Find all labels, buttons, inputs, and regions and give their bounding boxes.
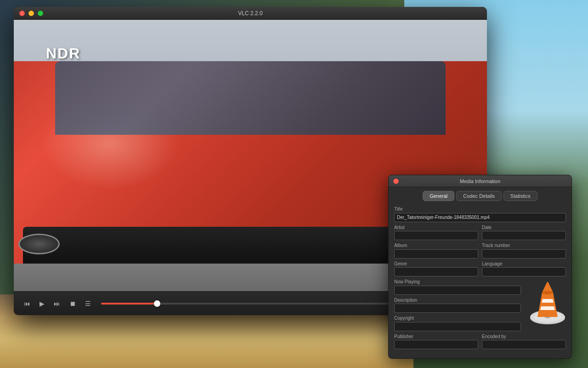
title-input[interactable] — [394, 213, 566, 222]
now-playing-row: Now Playing — [394, 279, 521, 295]
windshield — [55, 61, 446, 135]
artist-label: Artist — [394, 225, 478, 230]
playlist-button[interactable]: ☰ — [82, 298, 94, 309]
encoded-by-group: Encoded by — [482, 334, 566, 350]
genre-label: Genre — [394, 261, 478, 266]
genre-input[interactable] — [394, 267, 478, 276]
encoded-by-input[interactable] — [482, 340, 566, 349]
rewind-button[interactable]: ⏮ — [21, 298, 33, 309]
track-number-label: Track number — [482, 243, 566, 248]
playlist-icon: ☰ — [85, 300, 91, 307]
description-input[interactable] — [394, 304, 521, 313]
fast-forward-icon: ⏭ — [54, 300, 60, 307]
svg-point-9 — [542, 291, 553, 294]
description-label: Description — [394, 298, 521, 303]
vlc-logo-icon — [525, 281, 571, 327]
encoded-by-label: Encoded by — [482, 334, 566, 339]
date-group: Date — [482, 225, 566, 241]
title-label: Title — [394, 207, 566, 212]
close-button[interactable] — [19, 11, 25, 16]
headlight-left — [18, 234, 60, 254]
language-input[interactable] — [482, 267, 566, 276]
genre-group: Genre — [394, 261, 478, 277]
now-playing-section: Now Playing Description Copyright — [394, 279, 521, 334]
artist-group: Artist — [394, 225, 478, 241]
publisher-input[interactable] — [394, 340, 478, 349]
publisher-encoded-row: Publisher Encoded by — [394, 334, 566, 350]
svg-marker-8 — [545, 282, 550, 286]
panel-tabs: General Codec Details Statistics — [389, 187, 571, 205]
album-label: Album — [394, 243, 478, 248]
svg-marker-4 — [537, 293, 558, 317]
track-number-group: Track number — [482, 243, 566, 259]
panel-title-bar: Media Information — [389, 175, 571, 187]
stop-icon: ⏹ — [69, 300, 76, 307]
window-title: VLC 2.2.0 — [238, 10, 262, 17]
tab-codec-details[interactable]: Codec Details — [456, 191, 501, 201]
progress-knob[interactable] — [154, 300, 160, 307]
play-pause-button[interactable]: ▶ — [37, 298, 47, 309]
maximize-button[interactable] — [38, 11, 43, 16]
album-group: Album — [394, 243, 478, 259]
panel-title: Media Information — [460, 178, 500, 184]
tab-general[interactable]: General — [423, 191, 454, 201]
now-playing-icon-row: Now Playing Description Copyright — [394, 279, 566, 334]
publisher-label: Publisher — [394, 334, 478, 339]
language-label: Language — [482, 261, 566, 266]
vlc-title-bar: VLC 2.2.0 — [14, 7, 487, 20]
panel-close-button[interactable] — [393, 178, 399, 184]
title-field-row: Title — [394, 207, 566, 222]
album-track-row: Album Track number — [394, 243, 566, 259]
fast-forward-button[interactable]: ⏭ — [51, 298, 63, 309]
publisher-group: Publisher — [394, 334, 478, 350]
copyright-input[interactable] — [394, 322, 521, 331]
media-information-panel: Media Information General Codec Details … — [388, 175, 572, 359]
description-row: Description — [394, 298, 521, 313]
now-playing-label: Now Playing — [394, 279, 521, 284]
tab-statistics[interactable]: Statistics — [503, 191, 537, 201]
copyright-row: Copyright — [394, 316, 521, 331]
panel-body: Title Artist Date Album Track number — [389, 205, 571, 351]
language-group: Language — [482, 261, 566, 277]
progress-fill — [101, 303, 157, 305]
date-label: Date — [482, 225, 566, 230]
minimize-button[interactable] — [28, 11, 34, 16]
artist-date-row: Artist Date — [394, 225, 566, 241]
window-controls — [19, 11, 43, 16]
stop-button[interactable]: ⏹ — [67, 298, 79, 309]
ndr-logo-overlay: NDR — [46, 45, 80, 62]
now-playing-input[interactable] — [394, 286, 521, 295]
genre-language-row: Genre Language — [394, 261, 566, 277]
vlc-icon-container — [525, 281, 566, 329]
svg-marker-5 — [540, 306, 555, 310]
artist-input[interactable] — [394, 231, 478, 240]
track-number-input[interactable] — [482, 249, 566, 259]
copyright-label: Copyright — [394, 316, 521, 321]
rewind-icon: ⏮ — [24, 300, 30, 307]
svg-marker-6 — [542, 299, 554, 303]
album-input[interactable] — [394, 249, 478, 259]
play-icon: ▶ — [40, 300, 45, 307]
date-input[interactable] — [482, 231, 566, 240]
